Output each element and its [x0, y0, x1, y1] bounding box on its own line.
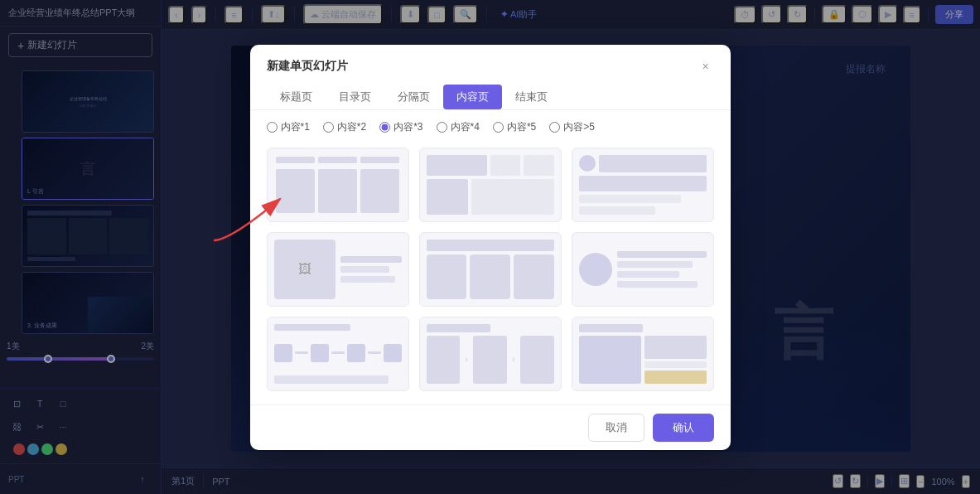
modal-overlay: 新建单页幻灯片 × 标题页 目录页 分隔页 内容页 结束页 内容*1 内容*2 …: [0, 0, 980, 494]
radio-content-1[interactable]: 内容*1: [267, 120, 310, 134]
tab-divider[interactable]: 分隔页: [384, 85, 443, 110]
radio-input-5[interactable]: [493, 122, 504, 133]
tab-content[interactable]: 内容页: [443, 85, 502, 109]
tab-cover[interactable]: 标题页: [267, 85, 326, 110]
modal-tabs: 标题页 目录页 分隔页 内容页 结束页: [250, 75, 731, 110]
modal-close-button[interactable]: ×: [698, 58, 714, 75]
radio-content-3[interactable]: 内容*3: [379, 120, 422, 134]
cancel-button[interactable]: 取消: [588, 414, 644, 442]
modal-header: 新建单页幻灯片 ×: [250, 45, 731, 75]
radio-label-3: 内容*3: [393, 120, 422, 134]
layout-card-6[interactable]: [572, 232, 714, 307]
radio-content-2[interactable]: 内容*2: [323, 120, 366, 134]
layout-card-4[interactable]: 🖼: [267, 232, 409, 307]
layout-card-3[interactable]: [572, 148, 714, 222]
radio-input-6[interactable]: [549, 122, 560, 133]
radio-content-6[interactable]: 内容>5: [549, 120, 595, 134]
radio-input-3[interactable]: [379, 122, 390, 133]
layout-card-8[interactable]: › ›: [419, 317, 562, 391]
layout-card-9[interactable]: [572, 317, 714, 391]
layout-card-2[interactable]: [419, 148, 562, 222]
tab-catalog[interactable]: 目录页: [326, 85, 384, 110]
modal-title: 新建单页幻灯片: [267, 59, 348, 74]
layout-card-1[interactable]: [267, 148, 409, 222]
new-slide-modal: 新建单页幻灯片 × 标题页 目录页 分隔页 内容页 结束页 内容*1 内容*2 …: [250, 45, 731, 450]
layout-card-5[interactable]: [419, 232, 562, 307]
radio-label-2: 内容*2: [337, 120, 366, 134]
radio-label-1: 内容*1: [281, 120, 310, 134]
radio-content-5[interactable]: 内容*5: [493, 120, 536, 134]
layout-grid: 🖼: [250, 144, 731, 404]
modal-radio-row: 内容*1 内容*2 内容*3 内容*4 内容*5 内容>5: [250, 110, 731, 144]
radio-label-5: 内容*5: [507, 120, 536, 134]
radio-input-2[interactable]: [323, 122, 334, 133]
radio-content-4[interactable]: 内容*4: [437, 120, 480, 134]
radio-input-4[interactable]: [437, 122, 447, 133]
radio-input-1[interactable]: [267, 122, 278, 133]
layout-card-7[interactable]: [267, 317, 409, 391]
confirm-button[interactable]: 确认: [653, 414, 714, 442]
modal-footer: 取消 确认: [250, 404, 731, 450]
radio-label-6: 内容>5: [563, 120, 595, 134]
tab-end[interactable]: 结束页: [502, 85, 561, 110]
radio-label-4: 内容*4: [451, 120, 480, 134]
